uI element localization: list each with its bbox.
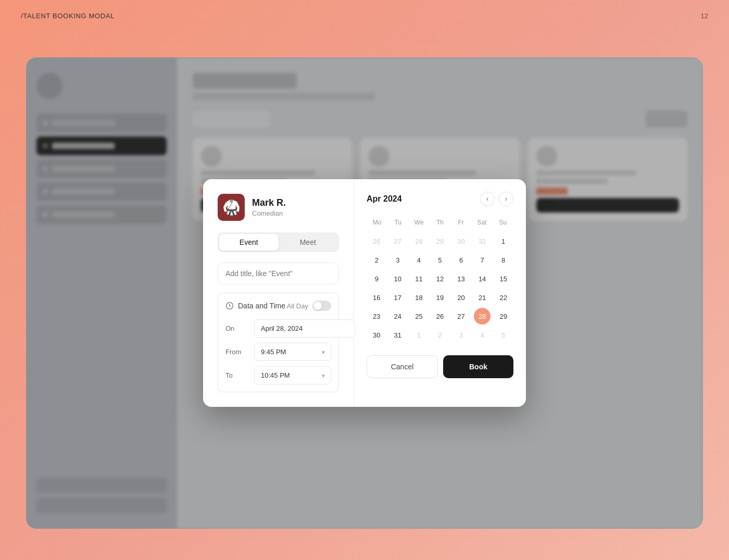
screen-container: 🥋 Mark R. Comedian Event Meet xyxy=(26,57,703,529)
profile-section: 🥋 Mark R. Comedian xyxy=(218,194,339,221)
calendar-day[interactable]: 12 xyxy=(432,270,448,287)
event-meet-tabs[interactable]: Event Meet xyxy=(218,232,339,252)
from-row: From 9:45 PM 10:00 PM 10:15 PM ▼ xyxy=(225,343,331,361)
on-date-input[interactable] xyxy=(254,319,355,338)
calendar-day[interactable]: 26 xyxy=(432,308,448,325)
datetime-label: Data and Time xyxy=(238,302,285,310)
profile-role: Comedian xyxy=(252,209,286,217)
calendar-day[interactable]: 5 xyxy=(495,327,512,343)
calendar-day[interactable]: 15 xyxy=(495,270,512,287)
clock-icon xyxy=(225,302,234,310)
datetime-section: Data and Time All Day On xyxy=(218,293,339,392)
on-label: On xyxy=(225,325,249,332)
avatar: 🥋 xyxy=(218,194,245,221)
allday-toggle[interactable] xyxy=(312,301,331,311)
calendar-day[interactable]: 30 xyxy=(368,327,385,343)
modal-left-panel: 🥋 Mark R. Comedian Event Meet xyxy=(203,179,354,407)
weekday-fr: Fr xyxy=(450,217,471,228)
calendar-day[interactable]: 31 xyxy=(389,327,406,343)
to-label: To xyxy=(225,371,249,379)
calendar-day[interactable]: 20 xyxy=(453,289,470,306)
calendar-day[interactable]: 32 xyxy=(474,233,491,250)
tab-meet[interactable]: Meet xyxy=(279,234,338,251)
from-time-select[interactable]: 9:45 PM 10:00 PM 10:15 PM xyxy=(254,343,331,361)
calendar-day[interactable]: 18 xyxy=(410,289,427,306)
calendar-day[interactable]: 19 xyxy=(432,289,448,306)
modal-right-panel: Apr 2024 ‹ › Mo Tu We Th Fr Sat Su xyxy=(354,179,526,407)
to-select-wrapper: 10:45 PM 11:00 PM 11:15 PM ▼ xyxy=(254,366,331,384)
calendar-day[interactable]: 27 xyxy=(389,233,406,250)
calendar-grid: Mo Tu We Th Fr Sat Su 262728293032123456… xyxy=(367,217,513,344)
calendar-day[interactable]: 22 xyxy=(495,289,512,306)
title-input[interactable] xyxy=(218,263,339,284)
profile-name: Mark R. xyxy=(252,197,286,209)
calendar-day[interactable]: 29 xyxy=(495,308,512,325)
calendar-day[interactable]: 14 xyxy=(474,270,491,287)
top-bar: /TALENT BOOKING MODAL 12 xyxy=(0,0,729,31)
weekday-sat: Sat xyxy=(471,217,492,228)
cancel-button[interactable]: Cancel xyxy=(367,355,438,378)
calendar-day[interactable]: 1 xyxy=(410,327,427,343)
calendar-day[interactable]: 3 xyxy=(453,327,470,343)
calendar-day[interactable]: 8 xyxy=(495,252,512,268)
calendar-day[interactable]: 7 xyxy=(474,252,491,268)
weekday-th: Th xyxy=(430,217,450,228)
calendar-day[interactable]: 17 xyxy=(389,289,406,306)
datetime-header: Data and Time All Day xyxy=(225,301,331,311)
next-month-button[interactable]: › xyxy=(499,192,513,206)
weekday-we: We xyxy=(409,217,430,228)
calendar-day[interactable]: 13 xyxy=(453,270,470,287)
calendar-day[interactable]: 23 xyxy=(368,308,385,325)
calendar-day[interactable]: 27 xyxy=(453,308,470,325)
calendar-day[interactable]: 2 xyxy=(432,327,448,343)
from-select-wrapper: 9:45 PM 10:00 PM 10:15 PM ▼ xyxy=(254,343,331,361)
calendar-day[interactable]: 6 xyxy=(453,252,470,268)
from-label: From xyxy=(225,348,249,356)
allday-text: All Day xyxy=(287,302,308,310)
calendar-day[interactable]: 29 xyxy=(432,233,448,250)
calendar-days: 2627282930321234567891011121314151617181… xyxy=(367,232,513,344)
calendar-day[interactable]: 26 xyxy=(368,233,385,250)
toggle-knob xyxy=(313,302,322,310)
allday-group: All Day xyxy=(287,301,331,311)
calendar-day[interactable]: 11 xyxy=(410,270,427,287)
to-time-select[interactable]: 10:45 PM 11:00 PM 11:15 PM xyxy=(254,366,331,384)
weekday-su: Su xyxy=(493,217,513,228)
book-button[interactable]: Book xyxy=(443,355,513,378)
on-row: On xyxy=(225,319,331,338)
weekday-mo: Mo xyxy=(367,217,387,228)
datetime-label-group: Data and Time xyxy=(225,302,285,310)
calendar-day[interactable]: 5 xyxy=(432,252,448,268)
calendar-day[interactable]: 30 xyxy=(453,233,470,250)
calendar-day[interactable]: 1 xyxy=(495,233,512,250)
calendar-day[interactable]: 4 xyxy=(474,327,491,343)
calendar-day[interactable]: 24 xyxy=(389,308,406,325)
calendar-month: Apr 2024 xyxy=(367,194,402,204)
modal-overlay: 🥋 Mark R. Comedian Event Meet xyxy=(26,57,703,529)
page-number: 12 xyxy=(701,12,708,20)
calendar-day[interactable]: 4 xyxy=(410,252,427,268)
calendar-header: Apr 2024 ‹ › xyxy=(367,192,513,206)
page-title: /TALENT BOOKING MODAL xyxy=(21,12,115,20)
weekday-tu: Tu xyxy=(387,217,408,228)
prev-month-button[interactable]: ‹ xyxy=(480,192,495,206)
calendar-weekdays: Mo Tu We Th Fr Sat Su xyxy=(367,217,513,228)
calendar-day[interactable]: 28 xyxy=(474,308,491,325)
calendar-day[interactable]: 3 xyxy=(389,252,406,268)
calendar-day[interactable]: 16 xyxy=(368,289,385,306)
calendar-day[interactable]: 25 xyxy=(410,308,427,325)
calendar-day[interactable]: 9 xyxy=(368,270,385,287)
to-row: To 10:45 PM 11:00 PM 11:15 PM ▼ xyxy=(225,366,331,384)
calendar-day[interactable]: 21 xyxy=(474,289,491,306)
calendar-day[interactable]: 10 xyxy=(389,270,406,287)
profile-info: Mark R. Comedian xyxy=(252,197,286,218)
calendar-nav: ‹ › xyxy=(480,192,513,206)
calendar-day[interactable]: 28 xyxy=(410,233,427,250)
tab-event[interactable]: Event xyxy=(219,234,279,251)
calendar-day[interactable]: 2 xyxy=(368,252,385,268)
booking-modal: 🥋 Mark R. Comedian Event Meet xyxy=(203,179,526,407)
modal-actions: Cancel Book xyxy=(367,355,513,378)
